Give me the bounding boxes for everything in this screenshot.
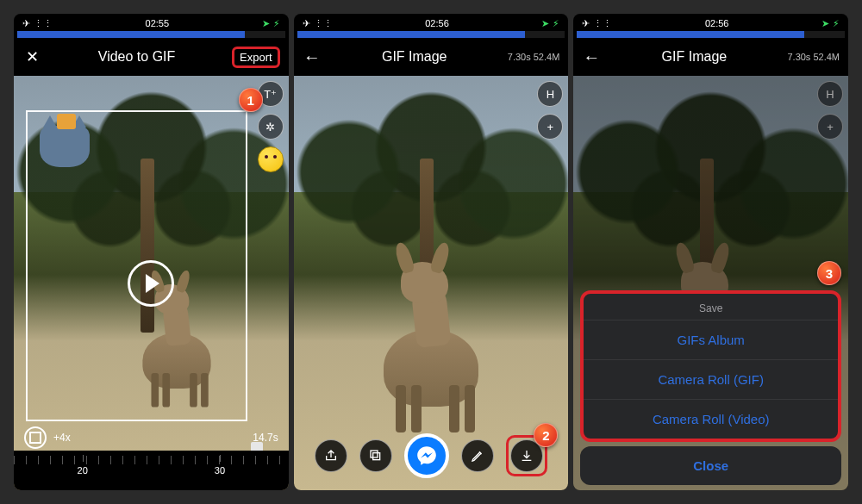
step-badge-1: 1 bbox=[239, 88, 263, 112]
app-bar: ← GIF Image 7.30s 52.4M bbox=[294, 38, 569, 76]
location-icon: ➤ bbox=[821, 18, 829, 29]
progress-bar bbox=[297, 31, 565, 38]
battery-icon: ⚡︎ bbox=[553, 18, 559, 29]
wifi-icon: ⋮⋮ bbox=[34, 18, 53, 29]
screenshot-2: ✈︎ ⋮⋮ 02:56 ➤ ⚡︎ ← GIF Image 7.30s 52.4M… bbox=[294, 14, 569, 490]
airplane-icon: ✈︎ bbox=[22, 18, 30, 29]
gif-preview: H + 2 bbox=[294, 76, 569, 490]
gif-meta: 7.30s 52.4M bbox=[508, 52, 560, 62]
edit-button[interactable] bbox=[461, 439, 494, 472]
preview-controls: +4x 14.7s bbox=[14, 426, 289, 449]
tick-20: 20 bbox=[78, 465, 88, 476]
progress-bar bbox=[17, 31, 285, 38]
save-camera-roll-video[interactable]: Camera Roll (Video) bbox=[584, 399, 838, 439]
location-icon: ➤ bbox=[541, 18, 549, 29]
export-button[interactable]: Export bbox=[232, 47, 280, 68]
close-sheet-button[interactable]: Close bbox=[580, 446, 841, 485]
app-bar: ✕ Video to GIF Export bbox=[14, 38, 289, 76]
play-button[interactable] bbox=[128, 260, 174, 307]
frames-button[interactable] bbox=[359, 439, 392, 472]
location-icon: ➤ bbox=[262, 18, 270, 29]
tick-30: 30 bbox=[215, 465, 225, 476]
svg-rect-1 bbox=[371, 451, 378, 457]
page-title: GIF Image bbox=[662, 49, 728, 65]
status-time: 02:56 bbox=[705, 18, 729, 28]
sheet-header: Save bbox=[584, 294, 838, 320]
gif-preview: H + Save GIFs Album Camera Roll (GIF) Ca… bbox=[573, 76, 848, 490]
page-title: Video to GIF bbox=[98, 49, 176, 65]
screenshot-1: ✈︎ ⋮⋮ 02:55 ➤ ⚡︎ ✕ Video to GIF Export 1 bbox=[14, 14, 289, 490]
side-toolbar: H + bbox=[537, 81, 563, 140]
airplane-icon: ✈︎ bbox=[303, 18, 310, 29]
airplane-icon: ✈︎ bbox=[582, 18, 590, 29]
status-bar: ✈︎ ⋮⋮ 02:55 ➤ ⚡︎ bbox=[14, 14, 289, 31]
step-badge-3: 3 bbox=[817, 261, 841, 285]
close-icon[interactable]: ✕ bbox=[22, 47, 41, 66]
app-bar: ← GIF Image 7.30s 52.4M bbox=[573, 38, 848, 76]
sticker-tool-button[interactable]: ✲ bbox=[258, 114, 284, 140]
video-preview[interactable]: T⁺ ✲ +4x 14.7s bbox=[14, 76, 289, 490]
save-gifs-album[interactable]: GIFs Album bbox=[584, 320, 838, 359]
cat-sticker[interactable] bbox=[40, 126, 90, 167]
save-camera-roll-gif[interactable]: Camera Roll (GIF) bbox=[584, 359, 838, 399]
svg-rect-0 bbox=[373, 453, 380, 460]
status-time: 02:55 bbox=[146, 18, 170, 28]
messenger-share-button[interactable] bbox=[404, 433, 449, 478]
emoji-tool-button[interactable] bbox=[258, 146, 284, 172]
page-title: GIF Image bbox=[382, 49, 447, 65]
share-button[interactable] bbox=[315, 439, 347, 472]
progress-bar bbox=[577, 31, 845, 38]
battery-icon: ⚡︎ bbox=[273, 18, 280, 29]
add-button[interactable]: + bbox=[537, 114, 563, 140]
status-bar: ✈︎ ⋮⋮ 02:56 ➤ ⚡︎ bbox=[294, 14, 569, 31]
export-label: Export bbox=[240, 51, 272, 64]
gift-sticker[interactable] bbox=[57, 114, 76, 129]
status-time: 02:56 bbox=[425, 18, 449, 28]
back-icon[interactable]: ← bbox=[303, 47, 322, 66]
gif-meta: 7.30s 52.4M bbox=[787, 52, 840, 62]
back-icon[interactable]: ← bbox=[582, 47, 601, 66]
quality-button[interactable]: H bbox=[537, 81, 563, 107]
wifi-icon: ⋮⋮ bbox=[314, 18, 333, 29]
screenshot-3: ✈︎ ⋮⋮ 02:56 ➤ ⚡︎ ← GIF Image 7.30s 52.4M… bbox=[573, 14, 848, 490]
timeline[interactable]: 20 30 bbox=[14, 451, 289, 490]
battery-icon: ⚡︎ bbox=[833, 18, 840, 29]
action-bar bbox=[294, 433, 569, 478]
stop-button[interactable] bbox=[24, 426, 47, 449]
save-sheet: Save GIFs Album Camera Roll (GIF) Camera… bbox=[580, 290, 841, 442]
status-bar: ✈︎ ⋮⋮ 02:56 ➤ ⚡︎ bbox=[573, 14, 848, 31]
speed-label: +4x bbox=[53, 432, 71, 444]
wifi-icon: ⋮⋮ bbox=[593, 18, 612, 29]
